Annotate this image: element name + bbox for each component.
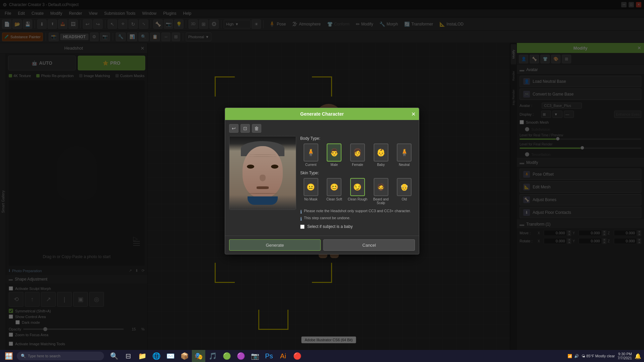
info-icon-1: ℹ [300,209,302,215]
taskbar-store-app[interactable]: 📦 [178,350,191,362]
body-current-label: Current [305,163,316,167]
baby-checkbox[interactable] [300,225,305,229]
baby-check-label: Select if subject is a baby [307,224,353,229]
body-male-label: Male [331,163,338,167]
dialog-photo [229,136,296,210]
taskbar-media-app[interactable]: 🎵 [206,350,219,362]
skin-cleanrough-label: Clean Rough [348,197,367,201]
skin-clean-rough[interactable]: 😏 Clean Rough [347,178,368,205]
body-male-icon: 👨 [327,143,341,162]
skin-old[interactable]: 👴 Old [393,178,415,205]
body-female-icon: 👩 [350,143,365,162]
taskbar-explorer-app[interactable]: 📁 [136,350,149,362]
volume-icon: 🔊 [574,354,579,358]
skin-no-mask[interactable]: 😐 No Mask [300,178,322,205]
weather-icon: 🌤 [582,354,585,358]
skin-nomask-icon: 😐 [304,178,318,196]
dialog-header: Generate Character ✕ [225,108,419,120]
skin-type-grid: 😐 No Mask 😊 Clean Soft 😏 Clean Rough [300,178,415,205]
dialog-right: Body Type: 🧍 Current 👨 Male 👩 Female [300,136,415,232]
cancel-btn[interactable]: Cancel [323,239,415,251]
generate-character-dialog: Generate Character ✕ ↩ ⊡ 🗑 [225,108,419,254]
search-icon: 🔍 [21,354,26,358]
taskbar-app-ai[interactable]: Ai [276,350,290,362]
dialog-tb-import[interactable]: ↩ [229,124,238,133]
skin-beard-label: Beard and Scalp [370,197,392,205]
weather-display: 🌤 85°F Mostly clear [582,354,615,358]
dialog-footer: Generate Cancel [225,236,419,254]
skin-clean-soft[interactable]: 😊 Clean Soft [324,178,345,205]
skin-beard-scalp[interactable]: 🧔 Beard and Scalp [370,178,392,205]
search-input[interactable] [28,354,95,358]
body-type-male[interactable]: 👨 Male [324,143,345,167]
info-row-2: ℹ This step cannot be undone. [300,216,415,222]
skin-old-label: Old [401,197,407,201]
skin-nomask-label: No Mask [304,197,317,201]
baby-check-row: Select if subject is a baby [300,224,415,229]
network-icon: 📶 [568,354,572,358]
skin-cleansoft-icon: 😊 [327,178,341,196]
skin-type-label: Skin Type: [300,171,415,175]
taskbar-taskview-app[interactable]: ⊟ [121,350,135,362]
date-display: 7/7/2021 [618,356,632,360]
info-text-1: Please note the Headshot only support CC… [304,209,411,213]
search-bar[interactable]: 🔍 [17,352,104,360]
taskbar-app-red[interactable]: 🔴 [290,350,304,362]
taskbar-app-v[interactable]: 🟣 [234,350,248,362]
taskbar-right: 📶 🔊 🌤 85°F Mostly clear 9:30 PM 7/7/2021… [568,352,641,360]
dialog-tb-window[interactable]: ⊡ [240,124,250,133]
body-type-female[interactable]: 👩 Female [347,143,368,167]
body-current-icon: 🧍 [304,143,318,162]
weather-text: 85°F Mostly clear [586,354,615,358]
body-baby-label: Baby [377,163,385,167]
body-baby-icon: 👶 [374,143,388,162]
generate-btn[interactable]: Generate [229,239,321,251]
taskbar-app-ps[interactable]: Ps [262,350,276,362]
skin-cleanrough-icon: 😏 [350,178,365,196]
dialog-body: ↩ ⊡ 🗑 [225,120,419,236]
taskbar-chrome-app[interactable]: 🟢 [220,350,233,362]
body-type-current[interactable]: 🧍 Current [300,143,322,167]
taskbar: 🪟 🔍 🔍 ⊟ 📁 🌐 ✉️ 📦 🎭 🎵 🟢 🟣 📷 Ps Ai 🔴 📶 🔊 🌤… [0,350,644,362]
skin-cleansoft-label: Clean Soft [326,197,342,201]
body-type-baby[interactable]: 👶 Baby [370,143,392,167]
skin-beard-icon: 🧔 [374,178,388,196]
dialog-close[interactable]: ✕ [411,111,416,117]
info-text-2: This step cannot be undone. [304,216,351,220]
taskbar-mail-app[interactable]: ✉️ [164,350,177,362]
system-tray: 📶 🔊 [568,354,579,358]
body-type-label: Body Type: [300,136,415,141]
info-icon-2: ℹ [300,216,302,222]
dialog-overlay: Generate Character ✕ ↩ ⊡ 🗑 [0,0,644,362]
taskbar-search-app[interactable]: 🔍 [107,350,121,362]
skin-old-icon: 👴 [397,178,412,196]
taskbar-cc3-app[interactable]: 🎭 [192,350,205,362]
body-female-label: Female [352,163,363,167]
time-display: 9:30 PM [618,352,632,356]
notification-icon[interactable]: 🔔 [635,353,641,359]
start-button[interactable]: 🪟 [3,350,15,362]
dialog-main: Body Type: 🧍 Current 👨 Male 👩 Female [229,136,415,232]
dialog-toolbar: ↩ ⊡ 🗑 [229,124,415,133]
taskbar-apps: 🔍 ⊟ 📁 🌐 ✉️ 📦 🎭 🎵 🟢 🟣 📷 Ps Ai 🔴 [107,350,304,362]
dialog-tb-delete[interactable]: 🗑 [252,124,261,133]
body-type-grid: 🧍 Current 👨 Male 👩 Female 👶 [300,143,415,167]
taskbar-photo-app[interactable]: 📷 [248,350,262,362]
body-type-neutral[interactable]: 🧍 Neutral [393,143,415,167]
body-neutral-icon: 🧍 [397,143,412,162]
info-row-1: ℹ Please note the Headshot only support … [300,209,415,215]
body-neutral-label: Neutral [399,163,410,167]
clock: 9:30 PM 7/7/2021 [618,352,632,360]
taskbar-edge-app[interactable]: 🌐 [150,350,163,362]
dialog-title: Generate Character [300,111,344,117]
